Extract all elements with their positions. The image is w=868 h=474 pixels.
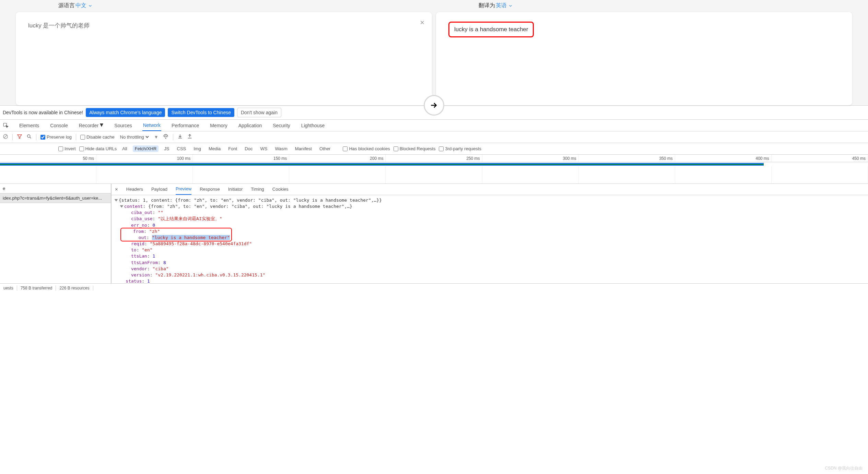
switch-language-button[interactable]: Switch DevTools to Chinese (168, 108, 234, 117)
detail-tab-headers[interactable]: Headers (126, 184, 143, 195)
preview-to: "en" (142, 247, 152, 252)
close-detail-button[interactable]: × (115, 186, 118, 192)
expand-triangle-icon[interactable] (120, 205, 123, 208)
translator-panel: 源语言 中文 翻译为 英语 lucky 是一个帅气的老师 × lucky is … (0, 0, 868, 105)
preview-err-no: 0 (153, 223, 155, 228)
preview-summary: {status: 1, content: {from: "zh", to: "e… (119, 198, 382, 203)
preview-ciba-out: "" (158, 210, 163, 215)
network-toolbar: Preserve log Disable cache No throttling… (0, 131, 868, 143)
hide-data-urls-checkbox[interactable]: Hide data URLs (79, 146, 117, 151)
tab-elements[interactable]: Elements (19, 120, 40, 131)
chevron-down-icon (508, 3, 513, 8)
filter-img[interactable]: Img (191, 145, 203, 152)
detail-tab-payload[interactable]: Payload (151, 184, 167, 195)
network-status-bar: uests 758 B transferred 226 B resources (0, 283, 868, 292)
request-list-header[interactable]: e (0, 184, 111, 193)
preview-reqid: "5a889495-f28a-48dc-8970-e540e4fa31df" (150, 241, 252, 246)
stop-recording-icon[interactable] (3, 134, 8, 140)
svg-line-6 (30, 137, 31, 138)
target-lang-value: 英语 (496, 2, 507, 9)
preview-body[interactable]: {status: 1, content: {from: "zh", to: "e… (112, 195, 868, 283)
blocked-cookies-checkbox[interactable]: Has blocked cookies (343, 146, 390, 151)
detail-tab-cookies[interactable]: Cookies (272, 184, 289, 195)
detail-tabs: × Headers Payload Preview Response Initi… (112, 184, 868, 195)
blocked-requests-checkbox[interactable]: Blocked Requests (394, 146, 436, 151)
clear-input-button[interactable]: × (420, 18, 424, 27)
source-lang-selector[interactable]: 源语言 中文 (14, 2, 434, 9)
filter-wasm[interactable]: Wasm (273, 145, 289, 152)
output-highlight-box: lucky is a handsome teacher (448, 22, 534, 37)
source-text-card[interactable]: lucky 是一个帅气的老师 × (16, 12, 432, 105)
request-list: e idex.php?c=trans&m=fy&client=6&auth_us… (0, 184, 112, 283)
detail-tab-response[interactable]: Response (200, 184, 220, 195)
timeline-tick: 50 ms (0, 155, 96, 162)
expand-triangle-icon[interactable] (115, 199, 118, 202)
preview-version: "v2.19.220221.1:wh.ciba.v0.3.15.220415.1… (155, 272, 265, 277)
status-requests: uests (0, 286, 17, 291)
request-row-selected[interactable]: idex.php?c=trans&m=fy&client=6&auth_user… (0, 193, 111, 203)
filter-css[interactable]: CSS (175, 145, 188, 152)
filter-other[interactable]: Other (317, 145, 333, 152)
filter-doc[interactable]: Doc (243, 145, 255, 152)
filter-font[interactable]: Font (226, 145, 239, 152)
filter-js[interactable]: JS (162, 145, 171, 152)
filter-manifest[interactable]: Manifest (293, 145, 314, 152)
preview-vendor: "ciba" (153, 266, 169, 271)
svg-point-5 (27, 135, 30, 138)
throttling-select[interactable]: No throttling (119, 134, 150, 140)
tab-memory[interactable]: Memory (209, 120, 228, 131)
timeline-tick: 350 ms (579, 155, 675, 162)
network-filter-row: Invert Hide data URLs All Fetch/XHR JS C… (0, 143, 868, 155)
filter-all[interactable]: All (120, 145, 129, 152)
invert-checkbox[interactable]: Invert (58, 146, 76, 151)
preview-out: "lucky is a handsome teacher" (152, 235, 230, 240)
tab-security[interactable]: Security (272, 120, 291, 131)
export-har-icon[interactable] (187, 134, 192, 140)
timeline-tick: 200 ms (289, 155, 386, 162)
status-transferred: 758 B transferred (17, 286, 56, 291)
svg-line-3 (4, 135, 7, 138)
preview-ttslan: 1 (153, 253, 155, 259)
request-detail-pane: × Headers Payload Preview Response Initi… (112, 184, 868, 283)
timeline-bar-green (0, 164, 764, 165)
target-text: lucky is a handsome teacher (454, 26, 528, 33)
arrow-right-icon (430, 101, 438, 110)
tab-lighthouse[interactable]: Lighthouse (301, 120, 326, 131)
inspect-element-icon[interactable] (3, 122, 9, 129)
preview-highlight-box: from: "zh" out: "lucky is a handsome tea… (120, 228, 232, 241)
svg-marker-4 (17, 135, 22, 139)
target-lang-selector[interactable]: 翻译为 英语 (434, 2, 854, 9)
preview-ciba-use: "以上结果来自词霸AI实验室。" (158, 216, 222, 221)
translate-button[interactable] (424, 95, 444, 116)
network-timeline[interactable]: 50 ms 100 ms 150 ms 200 ms 250 ms 300 ms… (0, 155, 868, 184)
tab-performance[interactable]: Performance (171, 120, 200, 131)
timeline-tick: 150 ms (193, 155, 289, 162)
filter-icon[interactable] (17, 134, 22, 140)
preserve-log-checkbox[interactable]: Preserve log (40, 134, 72, 140)
import-har-icon[interactable] (177, 134, 183, 140)
target-text-card: lucky is a handsome teacher (436, 12, 852, 105)
network-conditions-icon[interactable] (163, 133, 169, 141)
preview-ttslanfrom: 8 (163, 260, 166, 265)
tab-network[interactable]: Network (142, 120, 161, 131)
tab-application[interactable]: Application (238, 120, 263, 131)
tab-sources[interactable]: Sources (114, 120, 132, 131)
filter-ws[interactable]: WS (258, 145, 269, 152)
disable-cache-checkbox[interactable]: Disable cache (80, 134, 115, 140)
search-icon[interactable] (26, 134, 32, 140)
timeline-tick: 300 ms (482, 155, 579, 162)
tab-recorder[interactable]: Recorder (78, 120, 104, 131)
detail-tab-preview[interactable]: Preview (176, 184, 191, 195)
timeline-tick: 450 ms (772, 155, 868, 162)
filter-fetch-xhr[interactable]: Fetch/XHR (133, 145, 159, 152)
source-lang-label: 源语言 (58, 2, 75, 9)
detail-tab-timing[interactable]: Timing (251, 184, 264, 195)
flask-icon (100, 123, 103, 127)
third-party-checkbox[interactable]: 3rd-party requests (439, 146, 481, 151)
filter-media[interactable]: Media (207, 145, 223, 152)
detail-tab-initiator[interactable]: Initiator (228, 184, 243, 195)
always-match-language-button[interactable]: Always match Chrome's language (86, 108, 165, 117)
dont-show-again-button[interactable]: Don't show again (237, 108, 281, 117)
preview-content-summary: {from: "zh", to: "en", vendor: "ciba", o… (148, 204, 352, 209)
tab-console[interactable]: Console (49, 120, 68, 131)
